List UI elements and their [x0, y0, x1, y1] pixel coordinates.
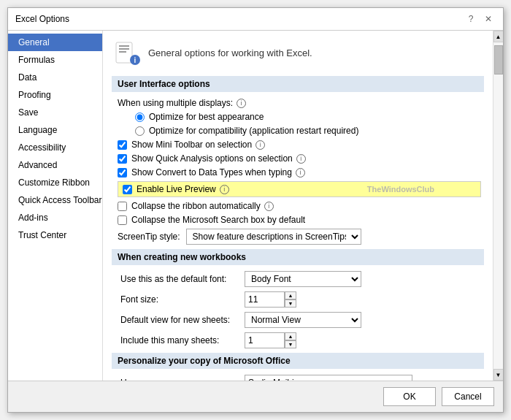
collapse-search-checkbox[interactable]	[118, 215, 127, 225]
main-header-text: General options for working with Excel.	[148, 47, 312, 58]
dialog-footer: OK Cancel	[8, 381, 503, 412]
username-input[interactable]	[245, 375, 412, 381]
radio-compatibility[interactable]	[135, 126, 145, 136]
screentip-select[interactable]: Show feature descriptions in ScreenTips …	[186, 229, 361, 245]
sheets-count-row: Include this many sheets: ▲ ▼	[115, 332, 481, 348]
show-convert-checkbox[interactable]	[118, 168, 127, 177]
sidebar-item-language[interactable]: Language	[8, 121, 102, 139]
live-preview-info-icon[interactable]: i	[220, 185, 229, 194]
show-quick-analysis-checkbox[interactable]	[118, 154, 127, 164]
sidebar-item-advanced[interactable]: Advanced	[8, 156, 102, 174]
sidebar: General Formulas Data Proofing Save Lang…	[8, 31, 103, 381]
username-label: User name:	[120, 378, 245, 381]
sidebar-item-proofing[interactable]: Proofing	[8, 86, 102, 104]
default-view-row: Default view for new sheets: Normal View…	[115, 312, 481, 328]
radio-best-appearance[interactable]	[135, 112, 145, 122]
check3-row: Show Convert to Data Types when typing i	[115, 167, 481, 177]
sidebar-item-general[interactable]: General	[8, 34, 102, 51]
scroll-thumb[interactable]	[494, 45, 503, 75]
excel-options-dialog: Excel Options ? ✕ General Formulas Data …	[7, 7, 504, 413]
collapse-ribbon-checkbox[interactable]	[118, 202, 127, 211]
radio1-label: Optimize for best appearance	[149, 112, 264, 122]
screentip-label: ScreenTip style:	[118, 232, 180, 242]
when-using-multiple-info-icon[interactable]: i	[237, 99, 246, 108]
check2-row: Show Quick Analysis options on selection…	[115, 153, 481, 164]
watermark: TheWindowsClub	[367, 185, 434, 194]
sidebar-item-addins[interactable]: Add-ins	[8, 209, 102, 226]
font-select[interactable]: Body Font Calibri Arial	[245, 271, 361, 287]
sheets-input[interactable]	[245, 332, 285, 348]
check6-label: Collapse the Microsoft Search box by def…	[131, 215, 305, 225]
sheets-down-button[interactable]: ▼	[285, 340, 296, 348]
enable-live-preview-label: Enable Live Preview i	[137, 184, 229, 194]
main-and-scroll: i General options for working with Excel…	[103, 31, 503, 381]
scroll-down-button[interactable]: ▼	[493, 369, 504, 381]
font-size-input[interactable]	[245, 291, 285, 308]
cancel-button[interactable]: Cancel	[442, 387, 494, 406]
check1-label: Show Mini Toolbar on selection i	[131, 140, 265, 150]
font-size-up-button[interactable]: ▲	[285, 291, 296, 299]
personalize-section-header: Personalize your copy of Microsoft Offic…	[112, 353, 484, 369]
enable-live-preview-row: Enable Live Preview i TheWindowsClub	[118, 181, 481, 197]
font-size-spinner: ▲ ▼	[245, 291, 296, 308]
font-size-row: Font size: ▲ ▼	[115, 291, 481, 308]
dialog-body: General Formulas Data Proofing Save Lang…	[8, 31, 503, 381]
main-content: i General options for working with Excel…	[103, 31, 493, 381]
scroll-up-button[interactable]: ▲	[493, 31, 504, 42]
when-using-multiple-row: When using multiple displays: i	[115, 98, 481, 108]
default-view-label: Default view for new sheets:	[120, 315, 245, 325]
check3-label: Show Convert to Data Types when typing i	[131, 167, 305, 177]
sidebar-item-quick-access[interactable]: Quick Access Toolbar	[8, 191, 102, 209]
svg-rect-1	[119, 45, 129, 47]
main-header: i General options for working with Excel…	[115, 39, 481, 66]
new-workbooks-section-header: When creating new workbooks	[112, 249, 484, 265]
ui-options-section-header: User Interface options	[112, 76, 484, 92]
excel-options-icon: i	[115, 39, 141, 66]
close-button[interactable]: ✕	[481, 12, 496, 26]
screentip-row: ScreenTip style: Show feature descriptio…	[115, 229, 481, 245]
ok-button[interactable]: OK	[383, 387, 436, 406]
sidebar-item-formulas[interactable]: Formulas	[8, 51, 102, 69]
check2-info-icon[interactable]: i	[296, 154, 306, 164]
scrollbar: ▲ ▼	[493, 31, 503, 381]
sheets-up-button[interactable]: ▲	[285, 332, 296, 340]
dialog-title: Excel Options	[15, 14, 69, 24]
check5-row: Collapse the ribbon automatically i	[115, 201, 481, 211]
check2-label: Show Quick Analysis options on selection…	[131, 153, 306, 164]
sheets-spinner: ▲ ▼	[245, 332, 296, 348]
sidebar-item-save[interactable]: Save	[8, 104, 102, 121]
check6-row: Collapse the Microsoft Search box by def…	[115, 215, 481, 225]
default-view-select[interactable]: Normal View Page Break Preview Page Layo…	[245, 312, 361, 328]
show-mini-toolbar-checkbox[interactable]	[118, 140, 127, 150]
username-row: User name:	[115, 375, 481, 381]
font-size-label: Font size:	[120, 294, 245, 305]
check1-row: Show Mini Toolbar on selection i	[115, 140, 481, 150]
sidebar-item-data[interactable]: Data	[8, 69, 102, 86]
check5-info-icon[interactable]: i	[264, 202, 274, 211]
radio2-row: Optimize for compatibility (application …	[115, 126, 481, 136]
check1-info-icon[interactable]: i	[256, 140, 265, 150]
check5-label: Collapse the ribbon automatically i	[131, 201, 274, 211]
help-button[interactable]: ?	[464, 12, 478, 26]
when-using-multiple-label: When using multiple displays: i	[118, 98, 246, 108]
svg-rect-2	[119, 48, 129, 50]
sheets-count-label: Include this many sheets:	[120, 335, 245, 345]
title-bar-controls: ? ✕	[464, 12, 496, 26]
check3-info-icon[interactable]: i	[296, 168, 305, 177]
radio2-label: Optimize for compatibility (application …	[149, 126, 358, 136]
font-row: Use this as the default font: Body Font …	[115, 271, 481, 287]
sidebar-item-trust-center[interactable]: Trust Center	[8, 226, 102, 244]
sidebar-item-customize-ribbon[interactable]: Customize Ribbon	[8, 174, 102, 191]
sidebar-item-accessibility[interactable]: Accessibility	[8, 139, 102, 156]
font-size-down-button[interactable]: ▼	[285, 299, 296, 308]
svg-rect-3	[119, 51, 126, 53]
radio1-row: Optimize for best appearance	[115, 112, 481, 122]
svg-text:i: i	[134, 56, 137, 64]
font-label: Use this as the default font:	[120, 274, 245, 284]
title-bar: Excel Options ? ✕	[8, 8, 503, 31]
enable-live-preview-checkbox[interactable]	[123, 185, 132, 194]
